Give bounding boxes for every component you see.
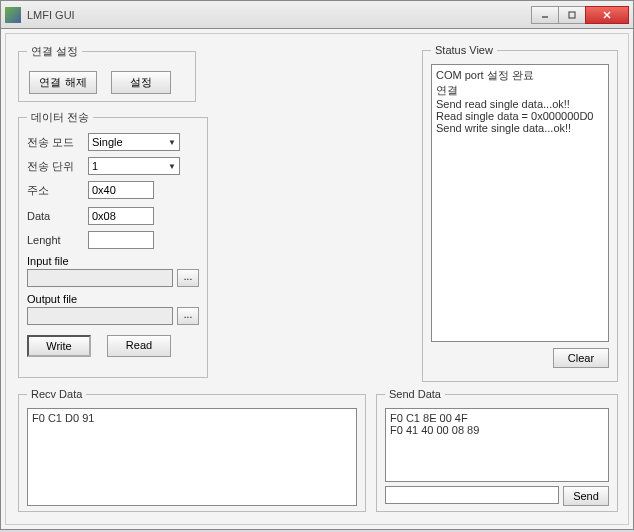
unit-label: 전송 단위 xyxy=(27,159,82,174)
send-button[interactable]: Send xyxy=(563,486,609,506)
data-label: Data xyxy=(27,210,82,222)
connection-legend: 연결 설정 xyxy=(27,44,82,59)
window-buttons xyxy=(532,6,629,24)
unit-select[interactable]: 1 ▼ xyxy=(88,157,180,175)
data-transfer-group: 데이터 전송 전송 모드 Single ▼ 전송 단위 1 ▼ 주소 Data … xyxy=(18,110,208,378)
status-text[interactable]: COM port 설정 완료 연결 Send read single data.… xyxy=(431,64,609,342)
status-view-group: Status View COM port 설정 완료 연결 Send read … xyxy=(422,44,618,382)
address-input[interactable] xyxy=(88,181,154,199)
client-area: 연결 설정 연결 해제 설정 데이터 전송 전송 모드 Single ▼ 전송 … xyxy=(0,28,634,530)
titlebar: LMFI GUI xyxy=(0,0,634,28)
recv-legend: Recv Data xyxy=(27,388,86,400)
close-button[interactable] xyxy=(585,6,629,24)
data-transfer-legend: 데이터 전송 xyxy=(27,110,93,125)
input-file-browse-button[interactable]: ... xyxy=(177,269,199,287)
length-input[interactable] xyxy=(88,231,154,249)
input-file-field[interactable] xyxy=(27,269,173,287)
output-file-label: Output file xyxy=(27,293,199,305)
unit-value: 1 xyxy=(92,160,98,172)
write-button[interactable]: Write xyxy=(27,335,91,357)
input-file-label: Input file xyxy=(27,255,199,267)
address-label: 주소 xyxy=(27,183,82,198)
svg-rect-1 xyxy=(569,12,575,18)
app-icon xyxy=(5,7,21,23)
length-label: Lenght xyxy=(27,234,82,246)
read-button[interactable]: Read xyxy=(107,335,171,357)
inner-panel: 연결 설정 연결 해제 설정 데이터 전송 전송 모드 Single ▼ 전송 … xyxy=(5,33,629,525)
send-input[interactable] xyxy=(385,486,559,504)
output-file-field[interactable] xyxy=(27,307,173,325)
send-legend: Send Data xyxy=(385,388,445,400)
mode-label: 전송 모드 xyxy=(27,135,82,150)
output-file-browse-button[interactable]: ... xyxy=(177,307,199,325)
chevron-down-icon: ▼ xyxy=(168,162,176,171)
chevron-down-icon: ▼ xyxy=(168,138,176,147)
recv-text[interactable]: F0 C1 D0 91 xyxy=(27,408,357,506)
maximize-button[interactable] xyxy=(558,6,586,24)
disconnect-button[interactable]: 연결 해제 xyxy=(29,71,97,94)
window-title: LMFI GUI xyxy=(27,9,532,21)
mode-value: Single xyxy=(92,136,123,148)
minimize-button[interactable] xyxy=(531,6,559,24)
status-legend: Status View xyxy=(431,44,497,56)
mode-select[interactable]: Single ▼ xyxy=(88,133,180,151)
send-data-group: Send Data F0 C1 8E 00 4F F0 41 40 00 08 … xyxy=(376,388,618,512)
clear-button[interactable]: Clear xyxy=(553,348,609,368)
send-text[interactable]: F0 C1 8E 00 4F F0 41 40 00 08 89 xyxy=(385,408,609,482)
connection-settings-group: 연결 설정 연결 해제 설정 xyxy=(18,44,196,102)
data-input[interactable] xyxy=(88,207,154,225)
settings-button[interactable]: 설정 xyxy=(111,71,171,94)
recv-data-group: Recv Data F0 C1 D0 91 xyxy=(18,388,366,512)
